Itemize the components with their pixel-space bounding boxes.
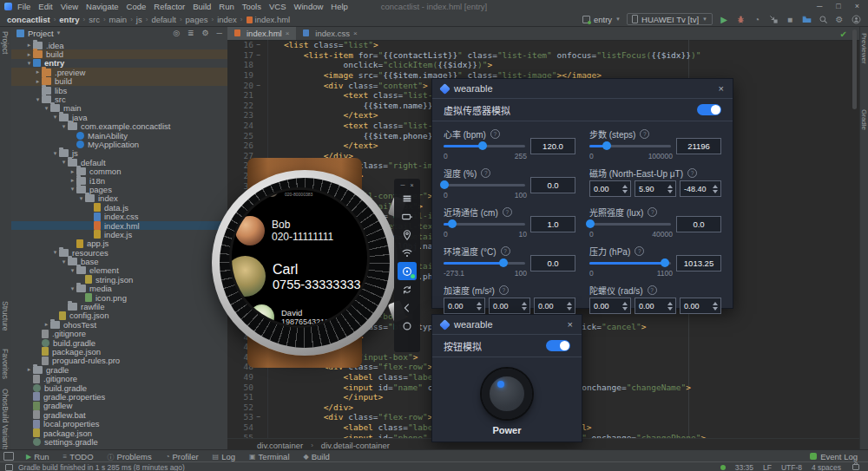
sensor-value-input[interactable]: 1013.25	[676, 255, 721, 271]
sensor-spinner-1[interactable]: 0.00	[489, 298, 530, 314]
sensor-slider[interactable]	[444, 223, 525, 226]
tool-window-switcher-icon[interactable]	[3, 452, 14, 461]
slider-thumb[interactable]	[440, 180, 449, 189]
help-icon[interactable]: ?	[687, 168, 697, 178]
close-icon[interactable]: ×	[719, 83, 724, 94]
menu-file[interactable]: File	[17, 2, 30, 11]
location-icon[interactable]	[398, 226, 417, 244]
fold-marker[interactable]: −	[253, 51, 264, 59]
spinner-up-icon[interactable]	[522, 302, 527, 305]
slider-thumb[interactable]	[448, 219, 457, 228]
locate-file-button[interactable]: ◎	[173, 29, 180, 37]
tree-item-data.js[interactable]: data.js	[11, 203, 227, 212]
sensor-spinner-2[interactable]: -48.40	[680, 180, 721, 197]
tree-item-default[interactable]: ▾default	[11, 158, 227, 167]
tree-item-base[interactable]: ▾base	[11, 257, 227, 265]
tree-item-index.css[interactable]: index.css	[11, 212, 227, 220]
menu-run[interactable]: Run	[219, 2, 233, 11]
spinner-down-icon[interactable]	[622, 307, 628, 311]
tree-item-string.json[interactable]: string.json	[11, 275, 227, 284]
breadcrumb-item[interactable]: div.detail-container	[321, 441, 390, 450]
sensor-slider[interactable]	[444, 145, 525, 147]
device-selector[interactable]: HUAWEI Tv [tv]▼	[627, 13, 713, 25]
menu-tools[interactable]: Tools	[242, 2, 261, 11]
tool-window-previewer[interactable]: Previewer	[860, 33, 868, 64]
sensor-slider[interactable]	[444, 184, 525, 186]
spinner-down-icon[interactable]	[622, 190, 628, 193]
tool-window-project[interactable]: Project	[1, 31, 10, 54]
tree-item-js[interactable]: ▾js	[11, 149, 227, 158]
tree-item-i18n[interactable]: ▸i18n	[11, 176, 227, 185]
close-tab-icon[interactable]: ×	[353, 29, 358, 37]
slider-thumb[interactable]	[661, 258, 669, 267]
emulator-close-icon[interactable]: ×	[410, 182, 413, 188]
tree-item-index[interactable]: ▾index	[11, 194, 227, 203]
battery-icon[interactable]	[398, 207, 417, 226]
breadcrumb-item[interactable]: div.container	[257, 441, 303, 450]
breadcrumb-concactlist[interactable]: concactlist	[7, 15, 50, 24]
help-icon[interactable]: ?	[648, 285, 657, 295]
spinner-down-icon[interactable]	[567, 307, 572, 311]
breadcrumb-entry[interactable]: entry	[59, 15, 79, 24]
tree-item-java[interactable]: ▾java	[11, 113, 227, 121]
sensor-spinner-1[interactable]: 5.90	[635, 180, 676, 197]
sync-button[interactable]	[801, 14, 812, 24]
hide-panel-button[interactable]: ─	[217, 29, 222, 37]
slider-thumb[interactable]	[586, 219, 595, 228]
contact-carl[interactable]: Carl0755-33333333	[229, 256, 361, 297]
slider-thumb[interactable]	[602, 141, 611, 150]
sensor-value-input[interactable]: 120.0	[530, 138, 575, 154]
lock-icon[interactable]	[852, 464, 859, 470]
close-tab-icon[interactable]: ×	[286, 29, 290, 37]
spinner-up-icon[interactable]	[667, 302, 673, 305]
sensor-slider[interactable]	[589, 262, 671, 265]
tool-window-build-variants[interactable]: OhosBuild Variants	[1, 389, 10, 451]
tree-item-index.js[interactable]: index.js	[11, 230, 227, 239]
help-icon[interactable]: ?	[499, 285, 509, 295]
collapse-all-button[interactable]: ≣	[187, 29, 194, 37]
indent-setting[interactable]: 4 spaces	[812, 463, 841, 471]
tree-item-gradlew.bat[interactable]: gradlew.bat	[11, 410, 227, 419]
tree-item-resources[interactable]: ▾resources	[11, 248, 227, 257]
project-panel-title[interactable]: Project	[28, 29, 54, 38]
tree-item-proguard-rules.pro[interactable]: proguard-rules.pro	[11, 357, 227, 365]
tree-item-icon.png[interactable]: icon.png	[11, 293, 227, 302]
event-log-button[interactable]: Event Log	[810, 452, 868, 461]
file-encoding[interactable]: UTF-8	[781, 463, 802, 471]
fold-marker[interactable]: −	[253, 413, 264, 421]
help-icon[interactable]: ?	[503, 207, 512, 217]
profiler-button[interactable]: ◔	[752, 14, 762, 24]
fold-marker[interactable]: −	[253, 82, 264, 89]
sensor-spinner-1[interactable]: 0.00	[635, 298, 676, 314]
spinner-down-icon[interactable]	[667, 307, 673, 311]
sensor-slider[interactable]	[589, 223, 671, 226]
sensor-value-input[interactable]: 0.0	[530, 177, 575, 193]
tool-window-gradle[interactable]: Gradle	[860, 109, 868, 130]
sensor-spinner-0[interactable]: 0.00	[589, 180, 631, 197]
tree-item-settings.gradle[interactable]: settings.gradle	[11, 437, 227, 446]
run-button[interactable]: ▶	[719, 14, 729, 24]
spinner-up-icon[interactable]	[713, 302, 718, 305]
tree-item-com.example.concactlist[interactable]: ▾com.example.concactlist	[11, 122, 227, 131]
sensor-value-input[interactable]: 0.0	[676, 216, 721, 232]
spinner-down-icon[interactable]	[522, 307, 527, 311]
help-icon[interactable]: ?	[635, 246, 644, 256]
menu-vcs[interactable]: VCS	[269, 2, 286, 11]
code-line[interactable]: 17− <list-item for="{{contactList}}" cla…	[227, 50, 859, 61]
menu-navigate[interactable]: Navigate	[86, 2, 119, 11]
close-button[interactable]: ×	[855, 2, 859, 10]
line-ending[interactable]: LF	[763, 463, 772, 471]
debug-button[interactable]	[735, 14, 746, 24]
toolwindow-profiler[interactable]: ◔Profiler	[166, 452, 199, 461]
menu-build[interactable]: Build	[193, 2, 211, 11]
tab-index-css[interactable]: index.css ×	[296, 26, 364, 40]
settings-button[interactable]: ⚙	[834, 14, 845, 24]
spinner-up-icon[interactable]	[477, 302, 482, 305]
wifi-icon[interactable]	[398, 244, 417, 262]
toolwindow-run[interactable]: ▶Run	[26, 452, 49, 461]
code-line[interactable]: 16− <list class="list">	[227, 40, 859, 50]
panel-title-bar[interactable]: wearable ×	[432, 79, 733, 99]
help-icon[interactable]: ?	[490, 129, 500, 139]
spinner-up-icon[interactable]	[713, 185, 718, 188]
contact-bob[interactable]: Bob020-11111111	[235, 216, 333, 245]
